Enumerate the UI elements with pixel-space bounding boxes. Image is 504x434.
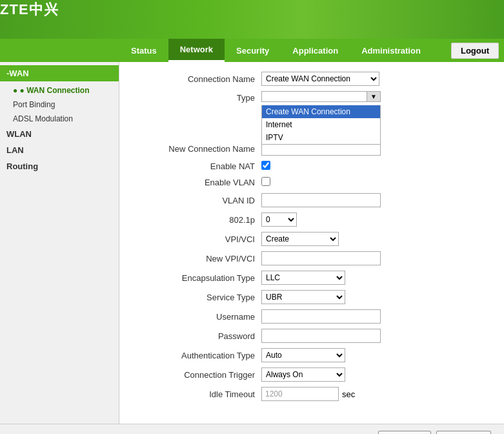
enable-vlan-control <box>261 177 491 188</box>
enable-nat-row: Enable NAT <box>132 161 491 172</box>
type-dropdown-arrow[interactable]: ▼ <box>367 92 380 101</box>
idle-timeout-label: Idle Timeout <box>132 389 261 399</box>
conn-trigger-select[interactable]: Always On On Demand Manual <box>261 367 345 382</box>
idle-timeout-row: Idle Timeout sec <box>132 387 491 401</box>
service-row: Service Type UBR CBR VBR-rt VBR-nrt <box>132 290 491 304</box>
type-option-internet[interactable]: Internet <box>262 118 380 131</box>
username-label: Username <box>132 312 261 322</box>
service-select[interactable]: UBR CBR VBR-rt VBR-nrt <box>261 290 345 304</box>
sidebar-item-wan-connection[interactable]: ● WAN Connection <box>0 83 119 98</box>
logout-button[interactable]: Logout <box>451 43 499 59</box>
auth-row: Authentication Type Auto PAP CHAP MS-CHA… <box>132 348 491 362</box>
type-control: ▼ Create WAN Connection Internet IPTV <box>261 91 491 102</box>
nav-administration[interactable]: Administration <box>350 39 432 62</box>
type-dropdown-container[interactable]: ▼ <box>261 91 381 102</box>
type-selected-value <box>262 95 367 99</box>
new-vpivci-row: New VPI/VCI <box>132 251 491 265</box>
vlan-id-row: VLAN ID <box>132 193 491 207</box>
vpivci-control: Create <box>261 232 491 246</box>
password-control <box>261 329 491 343</box>
enable-vlan-checkbox[interactable] <box>261 177 270 186</box>
type-option-iptv[interactable]: IPTV <box>262 131 380 144</box>
enable-vlan-row: Enable VLAN <box>132 177 491 188</box>
vpivci-label: VPI/VCI <box>132 234 261 244</box>
auth-label: Authentication Type <box>132 351 261 360</box>
sidebar-item-port-binding[interactable]: Port Binding <box>0 98 119 112</box>
sidebar-item-adsl-modulation[interactable]: ADSL Modulation <box>0 112 119 126</box>
sidebar-active-dot: ● <box>20 86 27 95</box>
nav-status[interactable]: Status <box>119 39 168 62</box>
username-control <box>261 309 491 324</box>
new-connection-name-label: New Connection Name <box>132 144 261 154</box>
type-dropdown-list: Create WAN Connection Internet IPTV <box>261 105 381 145</box>
enable-nat-checkbox[interactable] <box>261 161 270 170</box>
idle-timeout-input[interactable] <box>261 387 339 401</box>
nav-network[interactable]: Network <box>168 39 225 62</box>
navigation: Status Network Security Application Admi… <box>0 39 504 62</box>
dot802-label: 802.1p <box>132 215 261 225</box>
sidebar-wan-section: -WAN <box>0 65 119 81</box>
sidebar-wlan-section: WLAN <box>0 126 119 142</box>
button-row: Create Cancel <box>0 424 504 434</box>
nav-application[interactable]: Application <box>281 39 350 62</box>
encap-control: LLC VC-Mux <box>261 271 491 285</box>
vpivci-row: VPI/VCI Create <box>132 232 491 246</box>
new-vpivci-input[interactable] <box>261 251 381 265</box>
conn-trigger-row: Connection Trigger Always On On Demand M… <box>132 367 491 382</box>
logout-area: Logout <box>446 39 504 62</box>
username-row: Username <box>132 309 491 324</box>
vlan-id-label: VLAN ID <box>132 196 261 205</box>
auth-select[interactable]: Auto PAP CHAP MS-CHAP <box>261 348 345 362</box>
create-button[interactable]: Create <box>378 431 431 434</box>
connection-name-control: Create WAN Connection Internet IPTV <box>261 72 491 86</box>
vlan-id-control <box>261 193 491 207</box>
new-vpivci-label: New VPI/VCI <box>132 254 261 264</box>
service-label: Service Type <box>132 293 261 302</box>
encap-select[interactable]: LLC VC-Mux <box>261 271 345 285</box>
type-row: Type ▼ Create WAN Connection Internet IP… <box>132 91 491 103</box>
vlan-id-input[interactable] <box>261 193 381 207</box>
nav-security[interactable]: Security <box>225 39 281 62</box>
enable-vlan-label: Enable VLAN <box>132 178 261 187</box>
content-area: -WAN ● WAN Connection Port Binding ADSL … <box>0 62 504 424</box>
sidebar-lan-section: LAN <box>0 142 119 158</box>
type-option-create[interactable]: Create WAN Connection <box>262 105 380 118</box>
sidebar-routing-section: Routing <box>0 158 119 174</box>
password-input[interactable] <box>261 329 381 343</box>
nav-items: Status Network Security Application Admi… <box>119 39 446 62</box>
enable-nat-control <box>261 161 491 172</box>
main-content: Connection Name Create WAN Connection In… <box>119 62 504 424</box>
password-label: Password <box>132 331 261 341</box>
logo: ZTE中兴 <box>0 1 59 17</box>
conn-trigger-control: Always On On Demand Manual <box>261 367 491 382</box>
enable-nat-label: Enable NAT <box>132 161 261 171</box>
idle-timeout-control: sec <box>261 387 491 401</box>
idle-timeout-suffix: sec <box>342 389 355 399</box>
service-control: UBR CBR VBR-rt VBR-nrt <box>261 290 491 304</box>
dot802-row: 802.1p 0 1234567 <box>132 212 491 227</box>
connection-name-select[interactable]: Create WAN Connection Internet IPTV <box>261 72 379 86</box>
auth-control: Auto PAP CHAP MS-CHAP <box>261 348 491 362</box>
dot802-control: 0 1234567 <box>261 212 491 227</box>
username-input[interactable] <box>261 309 381 324</box>
vpivci-select[interactable]: Create <box>261 232 339 246</box>
new-vpivci-control <box>261 251 491 265</box>
connection-name-row: Connection Name Create WAN Connection In… <box>132 72 491 86</box>
header: ZTE中兴 <box>0 0 504 39</box>
encap-row: Encapsulation Type LLC VC-Mux <box>132 271 491 285</box>
password-row: Password <box>132 329 491 343</box>
conn-trigger-label: Connection Trigger <box>132 370 261 380</box>
cancel-button[interactable]: Cancel <box>436 431 491 434</box>
sidebar: -WAN ● WAN Connection Port Binding ADSL … <box>0 62 119 424</box>
connection-name-label: Connection Name <box>132 74 261 84</box>
dot802-select[interactable]: 0 1234567 <box>261 212 297 227</box>
type-label: Type <box>132 91 261 103</box>
encap-label: Encapsulation Type <box>132 273 261 283</box>
